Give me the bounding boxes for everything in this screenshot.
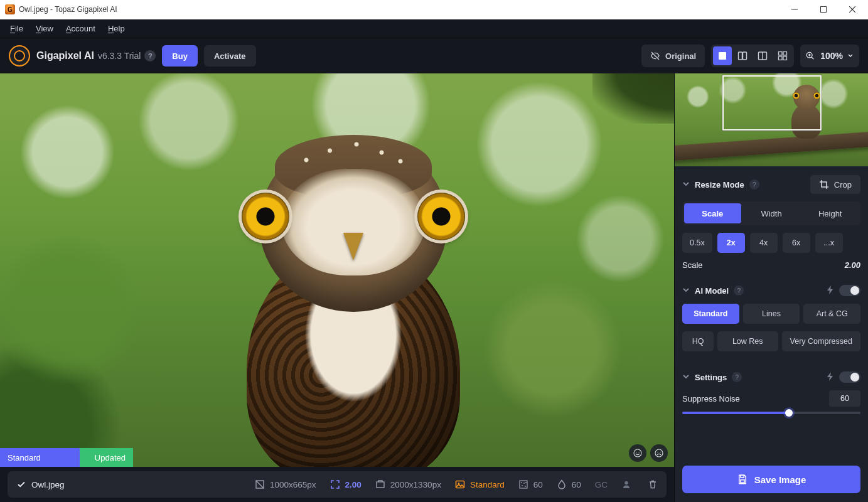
section-resize-mode: Resize Mode ? Crop Scale Width Height 0.…	[682, 166, 860, 276]
svg-rect-10	[783, 52, 787, 56]
zoom-dropdown[interactable]: 100%	[800, 45, 859, 67]
side-panel: Resize Mode ? Crop Scale Width Height 0.…	[674, 73, 868, 502]
activate-button[interactable]: Activate	[204, 45, 256, 67]
save-icon	[737, 474, 748, 485]
tab-scale[interactable]: Scale	[684, 203, 741, 223]
brand-label: Gigapixel AI v6.3.3 Trial ?	[36, 50, 156, 61]
output-icon	[375, 479, 385, 489]
suppress-noise-row: Suppress Noise 60	[682, 390, 860, 414]
viewport-column: Standard Updated Owl.jpeg	[0, 73, 674, 502]
slider-thumb[interactable]	[785, 409, 793, 417]
navigator-preview[interactable]	[675, 73, 868, 166]
scale-custom[interactable]: ...x	[815, 233, 843, 253]
scale-0-5x[interactable]: 0.5x	[682, 233, 712, 253]
svg-point-29	[523, 483, 525, 484]
section-ai-model: AI Model ? Standard Lines Art & CG HQ Lo…	[682, 276, 860, 363]
file-selected-check: Owl.jpeg	[16, 479, 65, 489]
blur-icon	[557, 479, 567, 489]
svg-point-21	[657, 452, 658, 452]
window-maximize-button[interactable]	[809, 0, 838, 19]
navigator-viewport-rect[interactable]	[722, 75, 822, 131]
ai-model-auto-toggle[interactable]	[839, 285, 860, 296]
scale-2x[interactable]: 2x	[717, 233, 745, 253]
scale-6x[interactable]: 6x	[783, 233, 810, 253]
view-grid-button[interactable]	[773, 46, 792, 65]
menu-view[interactable]: View	[29, 21, 60, 36]
feedback-icons	[629, 444, 668, 462]
menu-account[interactable]: Account	[60, 21, 102, 36]
resize-mode-tabs: Scale Width Height	[682, 201, 860, 225]
svg-rect-34	[741, 475, 744, 478]
svg-point-18	[636, 452, 636, 452]
save-image-button[interactable]: Save Image	[682, 466, 860, 493]
view-split-vertical-button[interactable]	[733, 46, 752, 65]
trial-help-icon[interactable]: ?	[144, 50, 156, 61]
feedback-happy-button[interactable]	[629, 444, 646, 462]
expand-icon	[330, 479, 340, 489]
suppress-noise-label: Suppress Noise	[682, 394, 740, 403]
svg-rect-24	[377, 482, 384, 488]
preview-image	[0, 73, 674, 467]
suppress-noise-slider[interactable]	[682, 412, 860, 414]
feedback-sad-button[interactable]	[650, 444, 668, 462]
settings-auto-toggle[interactable]	[839, 371, 860, 383]
file-info-bar: Owl.jpeg 1000x665px 2.00 2000x1330px	[0, 467, 674, 502]
original-toggle-button[interactable]: Original	[641, 45, 705, 67]
menu-help[interactable]: Help	[102, 21, 131, 36]
zoom-value: 100%	[820, 51, 843, 61]
buy-button[interactable]: Buy	[162, 45, 198, 67]
save-row: Save Image	[675, 459, 868, 502]
svg-rect-4	[719, 52, 726, 60]
version-label: v6.3.3 Trial	[98, 51, 141, 61]
settings-help-icon[interactable]: ?	[732, 372, 742, 382]
scale-4x[interactable]: 4x	[750, 233, 778, 253]
svg-rect-9	[779, 52, 783, 56]
brand-logo-icon	[9, 45, 30, 67]
svg-point-22	[660, 452, 660, 452]
file-card[interactable]: Owl.jpeg 1000x665px 2.00 2000x1330px	[8, 471, 667, 498]
delete-button[interactable]	[648, 479, 658, 489]
dimensions-icon	[255, 479, 265, 489]
svg-point-32	[525, 482, 527, 483]
view-single-button[interactable]	[713, 46, 732, 65]
tab-width[interactable]: Width	[743, 203, 800, 223]
model-art-cg[interactable]: Art & CG	[803, 304, 860, 324]
scale-readout: Scale 2.00	[682, 260, 860, 270]
view-side-by-side-button[interactable]	[753, 46, 772, 65]
crop-icon	[819, 179, 829, 190]
resize-mode-title: Resize Mode	[695, 180, 744, 190]
model-chip: Standard	[455, 479, 505, 489]
svg-point-17	[634, 449, 641, 457]
app-icon: G	[5, 4, 15, 14]
model-very-compressed[interactable]: Very Compressed	[782, 331, 861, 351]
svg-rect-6	[743, 52, 747, 60]
model-standard[interactable]: Standard	[682, 304, 739, 324]
panel-scroll[interactable]: Resize Mode ? Crop Scale Width Height 0.…	[675, 166, 868, 459]
svg-point-20	[655, 449, 663, 457]
model-hq[interactable]: HQ	[682, 331, 714, 351]
window-close-button[interactable]	[838, 0, 867, 19]
source-dimensions: 1000x665px	[255, 479, 316, 489]
suppress-noise-value[interactable]: 60	[829, 390, 860, 407]
image-icon	[455, 479, 465, 489]
eye-off-icon	[650, 51, 660, 61]
svg-rect-35	[741, 480, 744, 483]
resize-help-icon[interactable]: ?	[749, 179, 759, 190]
tab-height[interactable]: Height	[801, 203, 859, 223]
svg-point-33	[624, 481, 628, 484]
model-lines[interactable]: Lines	[743, 304, 800, 324]
svg-point-19	[638, 452, 639, 452]
main-area: Standard Updated Owl.jpeg	[0, 73, 868, 502]
menu-file[interactable]: File	[4, 21, 29, 36]
image-viewport[interactable]: Standard Updated	[0, 73, 674, 467]
window-titlebar: G Owl.jpeg - Topaz Gigapixel AI	[0, 0, 868, 19]
chevron-down-icon[interactable]	[682, 180, 690, 190]
scale-presets: 0.5x 2x 4x 6x ...x	[682, 233, 860, 253]
chevron-down-icon[interactable]	[682, 373, 690, 382]
window-minimize-button[interactable]	[780, 0, 809, 19]
model-low-res[interactable]: Low Res	[717, 331, 778, 351]
chevron-down-icon[interactable]	[682, 286, 690, 296]
ai-model-help-icon[interactable]: ?	[734, 286, 744, 296]
zoom-in-icon	[805, 51, 815, 61]
crop-button[interactable]: Crop	[810, 175, 860, 194]
